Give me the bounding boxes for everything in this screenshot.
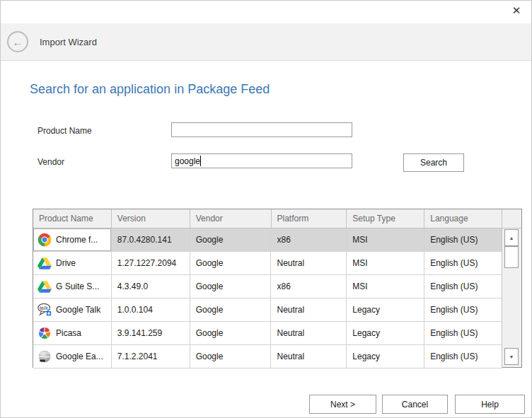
setup-type-cell[interactable]: Legacy (347, 322, 424, 344)
import-wizard-dialog: ✕ ← Import Wizard Search for an applicat… (0, 0, 532, 418)
table-row[interactable]: Picasa3.9.141.259GoogleNeutralLegacyEngl… (33, 322, 502, 345)
platform-cell[interactable]: Neutral (271, 298, 347, 321)
earth-icon (37, 349, 52, 364)
drive-icon (37, 256, 52, 270)
setup-type-cell[interactable]: Legacy (347, 298, 424, 321)
language-cell[interactable]: English (US) (424, 298, 502, 321)
version-cell[interactable]: 1.27.1227.2094 (112, 252, 190, 274)
vendor-input[interactable] (171, 153, 352, 168)
product-name-text: G Suite S... (56, 281, 99, 291)
table-row[interactable]: Chrome f...87.0.4280.141Googlex86MSIEngl… (33, 228, 502, 252)
column-header-platform[interactable]: Platform (272, 209, 347, 228)
product-name-cell[interactable]: Google Ea... (33, 345, 112, 368)
picasa-icon (37, 326, 52, 340)
setup-type-cell[interactable]: MSI (347, 252, 424, 274)
platform-cell[interactable]: Neutral (271, 345, 347, 368)
page-title: Search for an application in Package Fee… (30, 82, 270, 97)
product-name-input[interactable] (171, 122, 352, 137)
language-cell[interactable]: English (US) (424, 252, 502, 274)
product-name-label: Product Name (37, 126, 92, 136)
table-row[interactable]: Drive1.27.1227.2094GoogleNeutralMSIEngli… (33, 252, 502, 275)
setup-type-cell[interactable]: MSI (347, 228, 424, 251)
scrollbar-header-cell (502, 209, 521, 228)
table-row[interactable]: G Suite S...4.3.49.0Googlex86MSIEnglish … (33, 275, 502, 298)
product-name-cell[interactable]: Chrome f... (33, 228, 112, 251)
product-name-cell[interactable]: Picasa (33, 322, 112, 344)
product-name-cell[interactable]: talkGoogle Talk (33, 298, 112, 321)
drive-icon (37, 279, 52, 294)
back-button[interactable]: ← (7, 31, 28, 52)
product-name-text: Chrome f... (56, 235, 98, 245)
cancel-button[interactable]: Cancel (382, 395, 448, 414)
setup-type-cell[interactable]: MSI (347, 275, 424, 298)
text-cursor (200, 156, 201, 166)
results-table: Product NameVersionVendorPlatformSetup T… (33, 209, 522, 368)
table-header-row: Product NameVersionVendorPlatformSetup T… (33, 209, 521, 228)
product-name-text: Google Ea... (56, 352, 103, 361)
vendor-cell[interactable]: Google (190, 275, 272, 298)
column-header-vendor[interactable]: Vendor (190, 209, 272, 228)
vendor-cell[interactable]: Google (190, 298, 272, 321)
column-header-setup-type[interactable]: Setup Type (347, 209, 424, 228)
table-body: Chrome f...87.0.4280.141Googlex86MSIEngl… (33, 228, 502, 368)
language-cell[interactable]: English (US) (424, 322, 502, 344)
product-name-text: Picasa (56, 328, 81, 338)
product-name-text: Google Talk (56, 305, 100, 315)
language-cell[interactable]: English (US) (424, 345, 502, 368)
column-header-version[interactable]: Version (112, 209, 190, 228)
search-button[interactable]: Search (403, 153, 464, 172)
column-header-product-name[interactable]: Product Name (33, 209, 112, 228)
language-cell[interactable]: English (US) (424, 275, 502, 298)
svg-text:talk: talk (40, 306, 48, 311)
version-cell[interactable]: 1.0.0.104 (112, 298, 190, 321)
version-cell[interactable]: 7.1.2.2041 (112, 345, 190, 368)
setup-type-cell[interactable]: Legacy (347, 345, 424, 368)
wizard-title: Import Wizard (40, 23, 97, 60)
help-button[interactable]: Help (455, 395, 525, 414)
next-button[interactable]: Next > (309, 395, 376, 414)
table-row[interactable]: talkGoogle Talk1.0.0.104GoogleNeutralLeg… (33, 298, 502, 322)
platform-cell[interactable]: x86 (271, 275, 347, 298)
language-cell[interactable]: English (US) (424, 228, 502, 251)
product-name-cell[interactable]: G Suite S... (33, 275, 112, 298)
back-arrow-icon: ← (13, 36, 23, 48)
platform-cell[interactable]: Neutral (271, 322, 347, 344)
scroll-up-icon[interactable]: ▲ (504, 229, 519, 246)
vendor-label: Vendor (37, 157, 64, 167)
platform-cell[interactable]: x86 (271, 228, 347, 251)
scroll-down-icon[interactable]: ▼ (504, 348, 519, 365)
product-name-cell[interactable]: Drive (33, 252, 112, 274)
wizard-header-bar: ← Import Wizard (1, 23, 531, 61)
vendor-cell[interactable]: Google (190, 345, 272, 368)
platform-cell[interactable]: Neutral (271, 252, 347, 274)
close-icon[interactable]: ✕ (509, 3, 524, 18)
scrollbar-thumb[interactable] (504, 246, 519, 268)
version-cell[interactable]: 3.9.141.259 (112, 322, 190, 344)
vendor-cell[interactable]: Google (190, 252, 272, 274)
version-cell[interactable]: 87.0.4280.141 (112, 228, 190, 251)
talk-icon: talk (37, 303, 52, 317)
vendor-cell[interactable]: Google (190, 322, 272, 344)
vertical-scrollbar[interactable]: ▲ ▼ (502, 228, 521, 367)
column-header-language[interactable]: Language (424, 209, 502, 228)
table-row[interactable]: Google Ea...7.1.2.2041GoogleNeutralLegac… (33, 345, 502, 368)
product-name-text: Drive (56, 258, 76, 268)
chrome-icon (37, 233, 52, 247)
version-cell[interactable]: 4.3.49.0 (112, 275, 190, 298)
vendor-cell[interactable]: Google (190, 228, 272, 251)
